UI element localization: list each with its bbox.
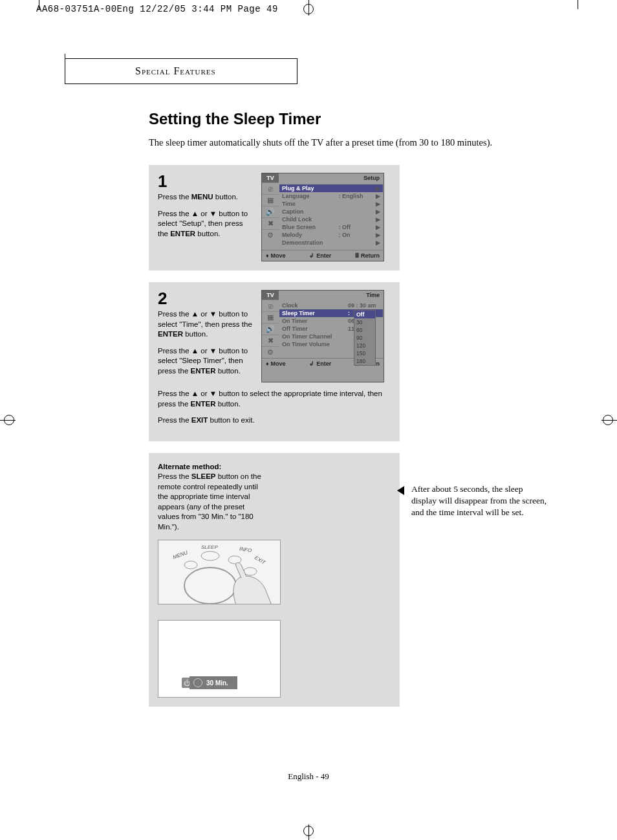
channel-icon: ✖ <box>262 335 279 346</box>
osd-row-clock: Clock09 : 30 am <box>282 302 380 309</box>
svg-point-1 <box>184 561 197 569</box>
remote-drawing-icon <box>158 540 281 604</box>
setup-icon: ⚙ <box>262 346 279 358</box>
sleep-osd-preview: ⏻ 30 Min. <box>158 620 281 698</box>
dropdown-opt-60: 60 <box>354 326 375 334</box>
step-2-number: 2 <box>158 290 255 307</box>
page-footer: English - 49 <box>288 771 329 782</box>
osd-row-demonstration: Demonstration▶ <box>282 239 380 247</box>
side-note-text: After about 5 seconds, the sleep display… <box>411 484 547 517</box>
alternate-method-box: Alternate method: Press the SLEEP button… <box>149 453 400 707</box>
svg-point-0 <box>184 568 236 604</box>
step-1-number: 1 <box>158 173 255 190</box>
section-heading: Special Features <box>65 58 298 84</box>
alternate-text: Alternate method: Press the SLEEP button… <box>158 462 261 533</box>
osd-footer: ♦Move ↲Enter ⅢReturn <box>262 250 384 261</box>
osd-move-hint: ♦Move <box>266 360 286 367</box>
osd-row-time: Time▶ <box>282 200 380 208</box>
remote-illustration: MENU SLEEP INFO EXIT <box>158 540 281 604</box>
osd-tv-tab: TV <box>262 291 279 300</box>
t: button. <box>213 193 238 201</box>
corner-tick <box>39 0 39 9</box>
input-icon: ⎚ <box>262 300 279 311</box>
osd-row-melody: Melody: On▶ <box>282 231 380 239</box>
osd-row-language: Language: English▶ <box>282 192 380 200</box>
osd-row-plug-play: Plug & Play▶ <box>279 184 383 192</box>
t: button. <box>183 330 208 338</box>
osd-enter-hint: ↲Enter <box>309 360 331 367</box>
osd-row-caption: Caption▶ <box>282 208 380 216</box>
alternate-heading: Alternate method: <box>158 463 221 470</box>
sleep-key: SLEEP <box>191 472 216 480</box>
enter-key: ENTER <box>191 367 216 375</box>
osd-title: Time <box>279 291 384 300</box>
dropdown-opt-30: 30 <box>354 318 375 326</box>
menu-key: MENU <box>191 193 213 201</box>
triangle-left-icon <box>397 486 404 495</box>
enter-key: ENTER <box>170 230 195 238</box>
svg-point-2 <box>201 551 219 560</box>
osd-tv-tab: TV <box>262 173 279 182</box>
sound-icon: 🔊 <box>262 206 279 217</box>
svg-point-4 <box>244 568 257 575</box>
t: button. <box>215 400 240 408</box>
step-2-continued: Press the ▲ or ▼ button to select the ap… <box>158 389 391 426</box>
enter-key: ENTER <box>191 400 216 408</box>
osd-title: Setup <box>279 173 384 182</box>
osd-row-blue-screen: Blue Screen: Off▶ <box>282 223 380 231</box>
t: button. <box>215 367 240 375</box>
osd-time-menu: TV Time ⎚ ▦ 🔊 ✖ ⚙ Clock09 : 30 am Sleep … <box>261 290 384 382</box>
step-2-box: 2 Press the ▲ or ▼ button to select "Tim… <box>149 282 400 441</box>
crop-mark-left <box>0 412 16 428</box>
step-1-text: 1 Press the MENU button. Press the ▲ or … <box>158 173 255 261</box>
sleep-osd-value: 30 Min. <box>189 676 237 689</box>
osd-icon-column: ⎚ ▦ 🔊 ✖ ⚙ <box>262 300 279 358</box>
picture-icon: ▦ <box>262 194 279 206</box>
exit-key: EXIT <box>191 416 208 424</box>
dropdown-opt-150: 150 <box>354 349 375 357</box>
dropdown-opt-90: 90 <box>354 334 375 342</box>
step-2-text: 2 Press the ▲ or ▼ button to select "Tim… <box>158 290 255 382</box>
t: Press the <box>158 193 191 201</box>
osd-return-hint: ⅢReturn <box>355 252 380 259</box>
t: button on the remote control repeatedly … <box>158 472 261 531</box>
osd-move-hint: ♦Move <box>266 252 286 259</box>
picture-icon: ▦ <box>262 311 279 323</box>
intro-paragraph: The sleep timer automatically shuts off … <box>149 137 595 148</box>
t: Press the <box>158 472 191 480</box>
print-slug: AA68-03751A-00Eng 12/22/05 3:44 PM Page … <box>36 4 278 14</box>
osd-icon-column: ⎚ ▦ 🔊 ✖ ⚙ <box>262 182 279 250</box>
sleep-timer-dropdown: Off 30 60 90 120 150 180 <box>354 310 376 366</box>
crop-mark-top <box>301 0 316 16</box>
dropdown-opt-120: 120 <box>354 342 375 349</box>
t: button to exit. <box>208 416 254 424</box>
corner-tick <box>578 0 578 9</box>
osd-list: Plug & Play▶ Language: English▶ Time▶ Ca… <box>279 182 384 250</box>
step-1-box: 1 Press the MENU button. Press the ▲ or … <box>149 165 400 271</box>
setup-icon: ⚙ <box>262 229 279 241</box>
page-title: Setting the Sleep Timer <box>149 110 595 128</box>
osd-setup-menu: TV Setup ⎚ ▦ 🔊 ✖ ⚙ Plug & Play▶ Language… <box>261 173 384 261</box>
section-heading-text: Special Features <box>135 65 216 77</box>
osd-row-child-lock: Child Lock▶ <box>282 216 380 223</box>
svg-point-3 <box>228 556 241 564</box>
t: Press the ▲ or ▼ button to select "Time"… <box>158 310 252 328</box>
crop-mark-right <box>601 412 617 428</box>
osd-enter-hint: ↲Enter <box>309 252 331 259</box>
side-note: After about 5 seconds, the sleep display… <box>411 483 547 519</box>
enter-key: ENTER <box>158 330 183 338</box>
dropdown-opt-180: 180 <box>354 357 375 365</box>
t: Press the <box>158 416 191 424</box>
input-icon: ⎚ <box>262 182 279 194</box>
crop-mark-bottom <box>301 824 316 840</box>
sound-icon: 🔊 <box>262 323 279 335</box>
t: button. <box>195 230 220 238</box>
dropdown-opt-off: Off <box>354 311 375 318</box>
channel-icon: ✖ <box>262 217 279 229</box>
